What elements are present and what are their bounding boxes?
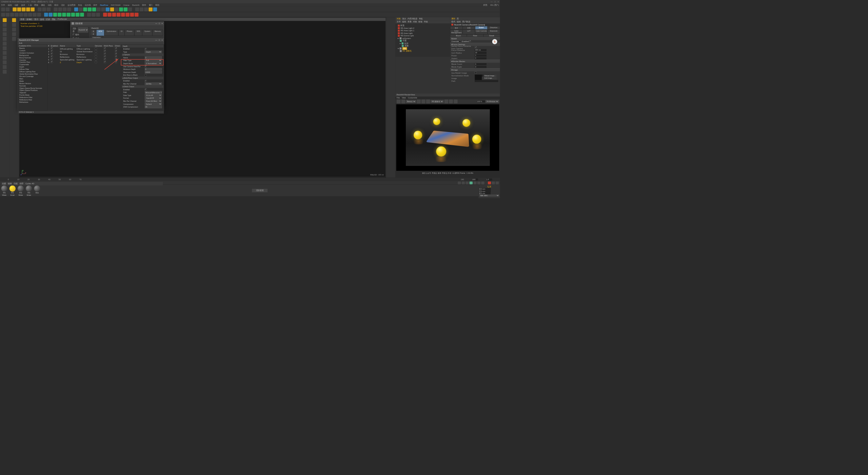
l2-4-icon[interactable] bbox=[12, 37, 16, 41]
focus-distance-input[interactable] bbox=[475, 49, 487, 51]
aov-available-item[interactable]: Reflections Raw bbox=[18, 99, 47, 101]
aov-available-item[interactable]: Depth bbox=[18, 66, 47, 68]
aov-mp-enabled-checkbox[interactable] bbox=[145, 80, 147, 82]
particle-icon[interactable] bbox=[110, 7, 114, 12]
tab-objects[interactable]: 对象 bbox=[397, 17, 401, 20]
rs-close-icon[interactable]: × bbox=[161, 22, 162, 24]
om-tags[interactable]: 标签 bbox=[418, 20, 422, 23]
render-pv-icon[interactable] bbox=[63, 7, 67, 12]
aov-available-item[interactable]: Bump Normals bbox=[18, 56, 47, 59]
attrtab-streak[interactable]: Streak bbox=[484, 34, 500, 37]
menu-render[interactable]: 渲染 bbox=[61, 4, 65, 6]
mat-slot[interactable]: RS Mate bbox=[1, 186, 8, 195]
rstab-memory[interactable]: Memory bbox=[153, 30, 163, 36]
vp-tab-panel[interactable]: 面板 bbox=[52, 18, 56, 21]
aov-available-item[interactable]: Diffuse Lighting Raw bbox=[18, 71, 47, 73]
aov-depthmode-select[interactable]: Z Normalized bbox=[145, 62, 162, 64]
aov-row[interactable]: 1DiffuseLightingDiffuse Lighting bbox=[47, 47, 121, 50]
spline-icon[interactable] bbox=[79, 7, 83, 12]
rv-grid-icon[interactable] bbox=[449, 99, 453, 103]
override-checkbox[interactable] bbox=[459, 40, 461, 42]
menu-anim[interactable]: 动画 bbox=[48, 4, 52, 6]
menu-insydium[interactable]: INSYDIUM bbox=[111, 4, 120, 6]
aov-available-item[interactable]: Object-Space Positions bbox=[18, 89, 47, 92]
menu-octane[interactable]: Octane bbox=[123, 4, 130, 6]
derive-focus-checkbox[interactable] bbox=[475, 46, 477, 49]
rv-stop-icon[interactable] bbox=[401, 99, 406, 103]
attrtab-exposure[interactable]: Exposure bbox=[488, 30, 500, 34]
aov-available-item[interactable]: Custom bbox=[18, 50, 47, 52]
mat-slot[interactable]: RS Mate bbox=[17, 186, 24, 195]
tb2-21-icon[interactable] bbox=[96, 13, 100, 17]
tl-nextkey-icon[interactable] bbox=[477, 182, 480, 184]
rs-2-icon[interactable] bbox=[107, 13, 112, 17]
deformer-icon[interactable] bbox=[88, 7, 92, 12]
rv-view[interactable]: View bbox=[402, 97, 406, 99]
mat-tex[interactable]: 纹理 bbox=[20, 182, 24, 185]
aov-format-select[interactable]: OpenEXR bbox=[145, 97, 162, 99]
menu-snap[interactable]: 捕捉 bbox=[41, 4, 45, 6]
vp-tab-camera[interactable]: 摄像机 bbox=[26, 18, 32, 21]
rotate-icon[interactable] bbox=[26, 7, 30, 12]
render-settings-button[interactable]: 渲染设置 bbox=[252, 189, 268, 192]
coord-mode-select[interactable]: 对象 (相对) bbox=[479, 194, 499, 196]
menu-plugins[interactable]: 插件 bbox=[93, 4, 97, 6]
attrtab-basic[interactable]: 基本 bbox=[450, 26, 463, 30]
tl-prevkey-icon[interactable] bbox=[462, 182, 465, 184]
mat-slot[interactable]: RS Incar bbox=[9, 186, 16, 195]
menu-tools[interactable]: 工具 bbox=[28, 4, 32, 6]
tb2-19-icon[interactable] bbox=[87, 13, 91, 17]
model-mode-icon[interactable] bbox=[3, 23, 7, 27]
blade-angle-input[interactable] bbox=[475, 66, 487, 68]
tb2-9-icon[interactable] bbox=[37, 13, 41, 17]
aov-available-item[interactable]: Reflections Filter bbox=[18, 96, 47, 99]
rs-7-icon[interactable] bbox=[130, 13, 134, 17]
vp-tab-prorender[interactable]: ProRender bbox=[58, 18, 67, 21]
light-icon[interactable] bbox=[101, 7, 105, 12]
edge-mode-icon[interactable] bbox=[3, 42, 7, 46]
rstab-sss[interactable]: SSS bbox=[135, 30, 142, 36]
tb2-2-icon[interactable] bbox=[6, 13, 10, 17]
coc-radius-input[interactable] bbox=[475, 52, 487, 54]
menu-pipeline[interactable]: 流水线 bbox=[85, 4, 91, 6]
rs-3-icon[interactable] bbox=[112, 13, 116, 17]
rv-lock-icon[interactable] bbox=[444, 99, 448, 103]
hair-icon[interactable] bbox=[124, 7, 128, 12]
object-tree[interactable]: 材质 RS Area Light.2 RS Area Light.1 RS Ar… bbox=[395, 23, 450, 57]
render-region-icon[interactable] bbox=[58, 7, 62, 12]
tb2-16-icon[interactable] bbox=[71, 13, 75, 17]
reload-image-button[interactable]: Reload Image... bbox=[484, 75, 497, 77]
menu-window[interactable]: 窗口 bbox=[149, 4, 153, 6]
camera-icon[interactable] bbox=[97, 7, 101, 12]
mat-slot[interactable]: Mat bbox=[34, 186, 41, 195]
aov-path-input[interactable] bbox=[145, 91, 162, 93]
attrtab-colormgmt[interactable]: Color Management bbox=[450, 30, 463, 34]
menu-edit[interactable]: 编辑 bbox=[8, 4, 12, 6]
enabled-checkbox[interactable] bbox=[469, 40, 471, 42]
tb2-11-icon[interactable] bbox=[48, 13, 53, 17]
rv-fit-select[interactable]: Fit Window bbox=[486, 100, 499, 103]
aov-available-item[interactable]: Object-Space Bump Normals bbox=[18, 87, 47, 89]
mat-slot[interactable]: RS Mate bbox=[25, 186, 33, 195]
attrtab-tag[interactable]: 标签 bbox=[462, 26, 475, 30]
rv-snapshot-icon[interactable] bbox=[421, 99, 426, 103]
rs-min-icon[interactable]: — bbox=[155, 22, 157, 24]
aov-mindepth-input[interactable] bbox=[145, 68, 162, 70]
render-pic-icon[interactable] bbox=[54, 7, 58, 12]
rv-bucket-icon[interactable] bbox=[417, 99, 421, 103]
om-object[interactable]: 对象 bbox=[413, 20, 417, 23]
aov-available-item[interactable]: Normals bbox=[18, 84, 47, 87]
lastused-icon[interactable] bbox=[31, 7, 35, 12]
workplane-icon[interactable] bbox=[3, 32, 7, 36]
aov-active-table[interactable]: #EnabledNameTypeDenoiseMulti-PassDirect … bbox=[47, 44, 121, 111]
menu-select[interactable]: 选择 bbox=[21, 4, 25, 6]
attrtab-bokeh[interactable]: Bokeh bbox=[475, 26, 488, 30]
attr-mode[interactable]: 模式 bbox=[451, 20, 455, 23]
attrtab-colorctrl[interactable]: Color Controls bbox=[475, 30, 488, 34]
psr-icon[interactable] bbox=[149, 7, 153, 12]
om-view[interactable]: 查看 bbox=[408, 20, 412, 23]
attr-tab[interactable]: 属性 bbox=[451, 17, 455, 20]
aov-available-item[interactable]: Cryptomatte bbox=[18, 63, 47, 66]
menu-sim[interactable]: 模拟 bbox=[54, 4, 58, 6]
aov-enabled-checkbox[interactable] bbox=[145, 48, 147, 50]
